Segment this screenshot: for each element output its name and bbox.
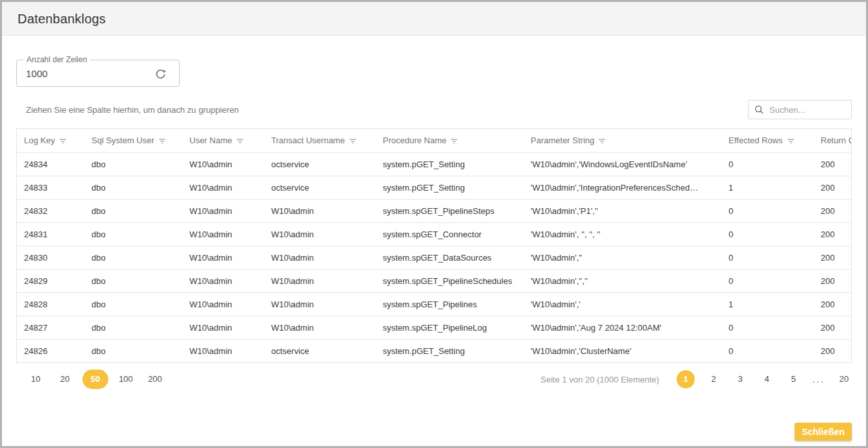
table-cell: W10\admin: [182, 292, 264, 316]
column-header-effected-rows[interactable]: Effected Rows: [721, 129, 814, 152]
table-cell: 'W10\admin',': [524, 292, 721, 316]
row-count-field: Anzahl der Zeilen: [16, 60, 180, 87]
table-cell: system.spGET_Pipelines: [376, 292, 524, 316]
page-size-selector: 102050100200: [16, 370, 167, 389]
column-header-log-key[interactable]: Log Key: [17, 129, 84, 152]
table-cell: 200: [814, 316, 852, 339]
table-cell: dbo: [84, 222, 182, 246]
table-cell: 24827: [17, 316, 84, 339]
close-button[interactable]: Schließen: [795, 423, 852, 441]
row-count-label: Anzahl der Zeilen: [23, 55, 90, 64]
search-icon: [754, 105, 764, 114]
table-cell: octservice: [264, 176, 376, 199]
group-by-hint: Ziehen Sie eine Spalte hierhin, um danac…: [16, 105, 239, 115]
table-cell: W10\admin: [264, 269, 376, 292]
filter-icon[interactable]: [787, 137, 795, 145]
filter-icon[interactable]: [236, 137, 244, 145]
table-row[interactable]: 24830dboW10\adminW10\adminsystem.spGET_D…: [17, 246, 852, 269]
column-header-procedure-name[interactable]: Procedure Name: [376, 129, 524, 152]
table-cell: W10\admin: [182, 246, 264, 269]
page-2[interactable]: 2: [706, 370, 721, 388]
table-cell: W10\admin: [182, 152, 264, 176]
table-cell: 24830: [17, 246, 84, 269]
column-header-label: Log Key: [24, 136, 55, 145]
table-cell: 1: [721, 292, 814, 316]
refresh-icon[interactable]: [154, 68, 166, 80]
row-count-input[interactable]: [17, 60, 127, 86]
page-size-10[interactable]: 10: [24, 370, 47, 389]
column-header-return-c[interactable]: Return C: [814, 129, 852, 152]
column-header-transact-username[interactable]: Transact Username: [264, 129, 376, 152]
column-header-label: Sql System User: [91, 136, 154, 145]
table-cell: 1: [721, 176, 814, 199]
filter-icon[interactable]: [158, 137, 166, 145]
table-cell: 24832: [17, 199, 84, 222]
table-row[interactable]: 24831dboW10\adminW10\adminsystem.spGET_C…: [17, 222, 852, 246]
table-cell: 200: [814, 269, 852, 292]
table-cell: 200: [814, 339, 852, 362]
table-cell: 0: [721, 199, 814, 222]
column-header-sql-system-user[interactable]: Sql System User: [84, 129, 182, 152]
table-cell: dbo: [84, 246, 182, 269]
column-header-label: Effected Rows: [729, 136, 783, 145]
page-3[interactable]: 3: [732, 370, 748, 388]
column-header-parameter-string[interactable]: Parameter String: [524, 129, 721, 152]
filter-icon[interactable]: [598, 137, 606, 145]
table-cell: system.spGET_DataSources: [376, 246, 524, 269]
table-cell: W10\admin: [264, 292, 376, 316]
table-cell: system.pGET_Setting: [376, 176, 524, 199]
column-header-label: Procedure Name: [383, 136, 446, 145]
table-cell: W10\admin: [182, 176, 264, 199]
table-cell: system.pGET_Setting: [376, 152, 524, 176]
page-size-20[interactable]: 20: [53, 370, 77, 389]
table-cell: dbo: [84, 339, 182, 362]
table-cell: W10\admin: [182, 269, 264, 292]
table-cell: dbo: [84, 176, 182, 199]
table-cell: 24834: [17, 152, 84, 176]
page-20[interactable]: 20: [836, 370, 852, 388]
table-cell: 'W10\admin','IntegrationPreferencesSched…: [524, 176, 721, 199]
table-cell: dbo: [84, 152, 182, 176]
table-header-row: Log KeySql System UserUser NameTransact …: [17, 129, 852, 152]
table-cell: 'W10\admin', '', '', '': [524, 222, 721, 246]
table-cell: 0: [721, 246, 814, 269]
column-header-user-name[interactable]: User Name: [182, 129, 264, 152]
table-cell: 0: [721, 152, 814, 176]
column-header-label: Parameter String: [531, 136, 594, 145]
table-cell: dbo: [84, 269, 182, 292]
search-input[interactable]: [768, 104, 845, 115]
table-cell: 24831: [17, 222, 84, 246]
page-size-100[interactable]: 100: [114, 370, 138, 389]
table-row[interactable]: 24832dboW10\adminW10\adminsystem.spGET_P…: [17, 199, 852, 222]
filter-icon[interactable]: [450, 137, 458, 145]
table-row[interactable]: 24829dboW10\adminW10\adminsystem.spGET_P…: [17, 269, 852, 292]
table-cell: W10\admin: [182, 222, 264, 246]
group-toolbar: Ziehen Sie eine Spalte hierhin, um danac…: [16, 100, 852, 119]
page-1[interactable]: 1: [677, 370, 695, 388]
page-title: Datenbanklogs: [2, 2, 866, 36]
table-row[interactable]: 24827dboW10\adminW10\adminsystem.spGET_P…: [17, 316, 852, 339]
table-cell: W10\admin: [264, 316, 376, 339]
page-navigator: Seite 1 von 20 (1000 Elemente) 12345...2…: [540, 370, 852, 388]
page-size-200[interactable]: 200: [143, 370, 167, 389]
table-cell: 'W10\admin','ClusterName': [524, 339, 721, 362]
table-row[interactable]: 24834dboW10\adminoctservicesystem.pGET_S…: [17, 152, 852, 176]
page-5[interactable]: 5: [786, 370, 801, 388]
table-cell: 200: [814, 222, 852, 246]
table-cell: 0: [721, 269, 814, 292]
table-row[interactable]: 24828dboW10\adminW10\adminsystem.spGET_P…: [17, 292, 852, 316]
page-size-50[interactable]: 50: [82, 370, 108, 389]
page-4[interactable]: 4: [759, 370, 775, 388]
table-cell: dbo: [84, 199, 182, 222]
table-row[interactable]: 24833dboW10\adminoctservicesystem.pGET_S…: [17, 176, 852, 199]
table-cell: W10\admin: [182, 316, 264, 339]
datenbanklogs-dialog: Datenbanklogs Anzahl der Zeilen Ziehen S…: [0, 0, 868, 448]
table-row[interactable]: 24826dboW10\adminoctservicesystem.pGET_S…: [17, 339, 852, 362]
table-cell: 0: [721, 339, 814, 362]
table-cell: octservice: [264, 152, 376, 176]
pagination-bar: 102050100200 Seite 1 von 20 (1000 Elemen…: [16, 370, 852, 389]
pages-ellipsis: ...: [812, 375, 825, 384]
table-cell: 0: [721, 222, 814, 246]
filter-icon[interactable]: [349, 137, 357, 145]
filter-icon[interactable]: [59, 137, 67, 145]
